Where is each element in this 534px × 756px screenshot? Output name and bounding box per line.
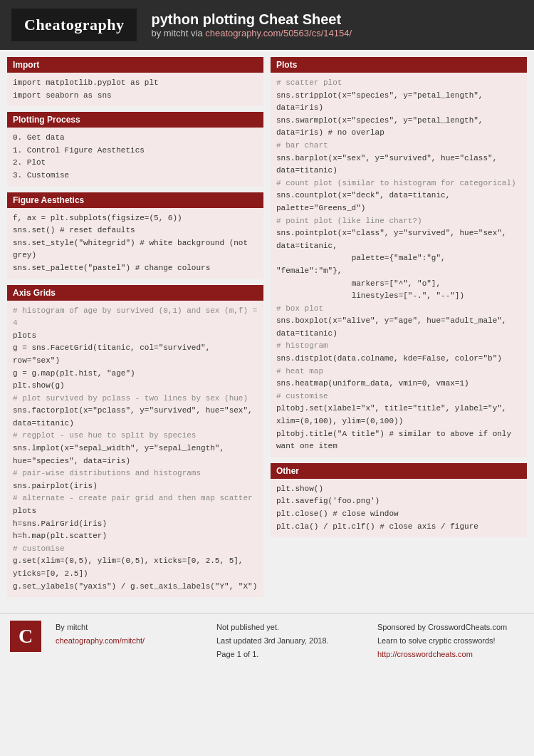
code-line: xlim=(0,100), ylim=(0,100)) [276, 415, 521, 428]
section-header-plotting-process: Plotting Process [7, 112, 263, 128]
code-line: g = g.map(plt.hist, "age") [13, 368, 258, 380]
code-line: data=titanic) [276, 165, 521, 177]
code-line: # alternate - create pair grid and then … [13, 492, 258, 505]
section-plots: Plots# scatter plotsns.stripplot(x="spec… [271, 57, 527, 457]
code-line: data=titanic, [276, 240, 521, 253]
code-line: # count plot (similar to histogram for c… [276, 177, 521, 190]
header-link[interactable]: cheatography.com/50563/cs/14154/ [205, 28, 352, 38]
footer-sponsor: Sponsored by CrosswordCheats.com [377, 621, 524, 634]
code-line: markers=["^", "o"], [276, 278, 521, 291]
main-content: Importimport matplotlib.pyplot as pltimp… [0, 50, 534, 610]
code-line: # bar chart [276, 140, 521, 152]
code-line: # regplot - use hue to split by species [13, 430, 258, 442]
code-line: sns.set_palette("pastel") # change colou… [13, 262, 258, 275]
code-line: import matplotlib.pyplot as plt [13, 77, 258, 90]
code-line: data=titanic) [276, 328, 521, 341]
code-line: # histogram [276, 340, 521, 353]
footer-updated: Last updated 3rd January, 2018. [216, 634, 363, 648]
section-axis-grids: Axis Grids# histogram of age by survived… [7, 285, 263, 598]
header: Cheatography python plotting Cheat Sheet… [0, 0, 534, 50]
section-header-plots: Plots [271, 57, 527, 73]
code-line: plt.show(g) [13, 380, 258, 393]
code-line: plt.show() [276, 483, 521, 496]
section-body-other: plt.show()plt.savefig('foo.png')plt.clos… [271, 479, 527, 537]
code-line: palette="Greens_d") [276, 202, 521, 215]
code-line: sns.swarmplot(x="species", y="petal_leng… [276, 115, 521, 128]
code-line: h=h.map(plt.scatter) [13, 530, 258, 543]
code-line: data=iris) # no overlap [276, 127, 521, 140]
code-line: sns.pointplot(x="class", y="survived", h… [276, 227, 521, 240]
code-line: pltobj.set(xlabel="x", title="title", yl… [276, 403, 521, 415]
code-line: sns.stripplot(x="species", y="petal_leng… [276, 90, 521, 103]
code-line: sns.factorplot(x="pclass", y="survived",… [13, 405, 258, 418]
footer-author-label: By mitcht [56, 621, 202, 634]
code-line: # box plot [276, 303, 521, 316]
code-line: f, ax = plt.subplots(figsize=(5, 6)) [13, 212, 258, 225]
code-line: plt.close() # close window [276, 508, 521, 521]
code-line: g.set_ylabels("yaxis") / g.set_axis_labe… [13, 581, 258, 594]
code-line: data=titanic) [13, 418, 258, 430]
code-line: palette={"male":"g", [276, 252, 521, 265]
section-header-other: Other [271, 463, 527, 479]
code-line: sns.distplot(data.colname, kde=False, co… [276, 353, 521, 366]
footer-sponsor-desc: Learn to solve cryptic crosswords! [377, 634, 524, 648]
code-line: g.set(xlim=(0,5), ylim=(0,5), xticks=[0,… [13, 555, 258, 568]
section-figure-aesthetics: Figure Aestheticsf, ax = plt.subplots(fi… [7, 192, 263, 279]
footer: C By mitcht cheatography.com/mitcht/ Not… [0, 613, 534, 668]
code-line: # scatter plot [276, 77, 521, 90]
footer-published: Not published yet. [216, 621, 363, 634]
footer-col-3: Sponsored by CrosswordCheats.com Learn t… [377, 621, 524, 661]
code-line: plt.savefig('foo.png') [276, 495, 521, 508]
code-line: plots [13, 330, 258, 343]
code-line: 2. Plot [13, 157, 258, 170]
section-other: Otherplt.show()plt.savefig('foo.png')plt… [271, 463, 527, 537]
code-line: grey) [13, 249, 258, 262]
footer-logo: C [10, 621, 41, 652]
code-line: import seaborn as sns [13, 90, 258, 103]
code-line: sns.countplot(x="deck", data=titanic, [276, 190, 521, 202]
code-line: sns.pairplot(iris) [13, 480, 258, 493]
code-line: "female":"m"}, [276, 265, 521, 278]
section-body-figure-aesthetics: f, ax = plt.subplots(figsize=(5, 6))sns.… [7, 208, 263, 279]
code-line: sns.heatmap(uniform_data, vmin=0, vmax=1… [276, 378, 521, 390]
section-import: Importimport matplotlib.pyplot as pltimp… [7, 57, 263, 106]
section-header-import: Import [7, 57, 263, 73]
code-line: h=sns.PairGrid(iris) [13, 518, 258, 531]
code-line: yticks=[0, 2.5]) [13, 568, 258, 581]
code-line: 1. Control Figure Aesthetics [13, 145, 258, 157]
code-line: # plot survived by pclass - two lines by… [13, 393, 258, 405]
code-line: # customise [276, 390, 521, 403]
code-line: pltobj.title("A title") # similar to abo… [276, 428, 521, 441]
code-line: hue="species", data=iris) [13, 455, 258, 468]
page-title: python plotting Cheat Sheet [151, 11, 352, 28]
code-line: # histogram of age by survived (0,1) and… [13, 305, 258, 330]
code-line: 3. Customise [13, 170, 258, 182]
footer-sponsor-link[interactable]: http://crosswordcheats.com [377, 650, 473, 658]
code-line: g = sns.FacetGrid(titanic, col="survived… [13, 342, 258, 367]
code-line: plt.cla() / plt.clf() # close axis / fig… [276, 521, 521, 534]
section-plotting-process: Plotting Process0. Get data1. Control Fi… [7, 112, 263, 186]
code-line: sns.set() # reset defaults [13, 224, 258, 237]
code-line: # point plot (like line chart?) [276, 215, 521, 228]
section-body-axis-grids: # histogram of age by survived (0,1) and… [7, 301, 263, 598]
logo: Cheatography [11, 9, 137, 41]
code-line: plots [13, 505, 258, 518]
header-subtitle: by mitcht via cheatography.com/50563/cs/… [151, 28, 352, 38]
footer-col-2: Not published yet. Last updated 3rd Janu… [216, 621, 363, 661]
left-column: Importimport matplotlib.pyplot as pltimp… [7, 57, 263, 603]
code-line: data=iris) [276, 102, 521, 115]
code-line: sns.lmplot(x="sepal_width", y="sepal_len… [13, 442, 258, 455]
code-line: 0. Get data [13, 132, 258, 145]
footer-page: Page 1 of 1. [216, 648, 363, 661]
right-column: Plots# scatter plotsns.stripplot(x="spec… [271, 57, 527, 603]
code-line: want one item [276, 440, 521, 453]
code-line: # heat map [276, 366, 521, 378]
code-line: # customise [13, 543, 258, 556]
footer-author-link[interactable]: cheatography.com/mitcht/ [56, 636, 145, 645]
section-body-plotting-process: 0. Get data1. Control Figure Aesthetics2… [7, 128, 263, 186]
code-line: sns.barplot(x="sex", y="survived", hue="… [276, 152, 521, 165]
code-line: linestyles=["-.", "--"]) [276, 290, 521, 303]
code-line: sns.set_style("whitegrid") # white backg… [13, 237, 258, 250]
section-body-import: import matplotlib.pyplot as pltimport se… [7, 73, 263, 106]
header-text: python plotting Cheat Sheet by mitcht vi… [151, 11, 352, 38]
